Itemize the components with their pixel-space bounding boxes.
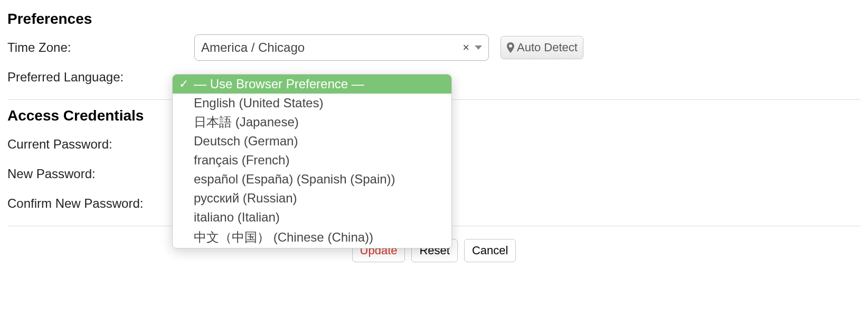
- auto-detect-button[interactable]: Auto Detect: [501, 36, 583, 59]
- location-pin-icon: [506, 42, 515, 53]
- confirm-password-label: Confirm New Password:: [7, 196, 194, 211]
- new-password-label: New Password:: [7, 167, 194, 181]
- language-option[interactable]: — Use Browser Preference —: [173, 75, 451, 94]
- cancel-button[interactable]: Cancel: [464, 239, 516, 262]
- timezone-row: Time Zone: America / Chicago × Auto Dete…: [7, 33, 861, 62]
- auto-detect-label: Auto Detect: [517, 41, 578, 54]
- timezone-value: America / Chicago: [201, 40, 463, 55]
- language-option[interactable]: русский (Russian): [173, 189, 451, 208]
- language-option[interactable]: français (French): [173, 151, 451, 170]
- clear-icon[interactable]: ×: [463, 41, 469, 54]
- language-option[interactable]: 中文（中国） (Chinese (China)): [173, 227, 451, 248]
- language-option[interactable]: italiano (Italian): [173, 208, 451, 227]
- language-option[interactable]: Deutsch (German): [173, 132, 451, 151]
- preferences-title: Preferences: [7, 11, 861, 27]
- language-option[interactable]: español (España) (Spanish (Spain)): [173, 170, 451, 189]
- caret-down-icon[interactable]: [475, 45, 482, 50]
- language-label: Preferred Language:: [7, 70, 194, 85]
- timezone-select[interactable]: America / Chicago ×: [194, 34, 489, 61]
- language-option[interactable]: English (United States): [173, 94, 451, 113]
- language-dropdown[interactable]: — Use Browser Preference — English (Unit…: [172, 74, 452, 248]
- timezone-label: Time Zone:: [7, 40, 194, 55]
- language-option[interactable]: 日本語 (Japanese): [173, 113, 451, 132]
- current-password-label: Current Password:: [7, 137, 194, 152]
